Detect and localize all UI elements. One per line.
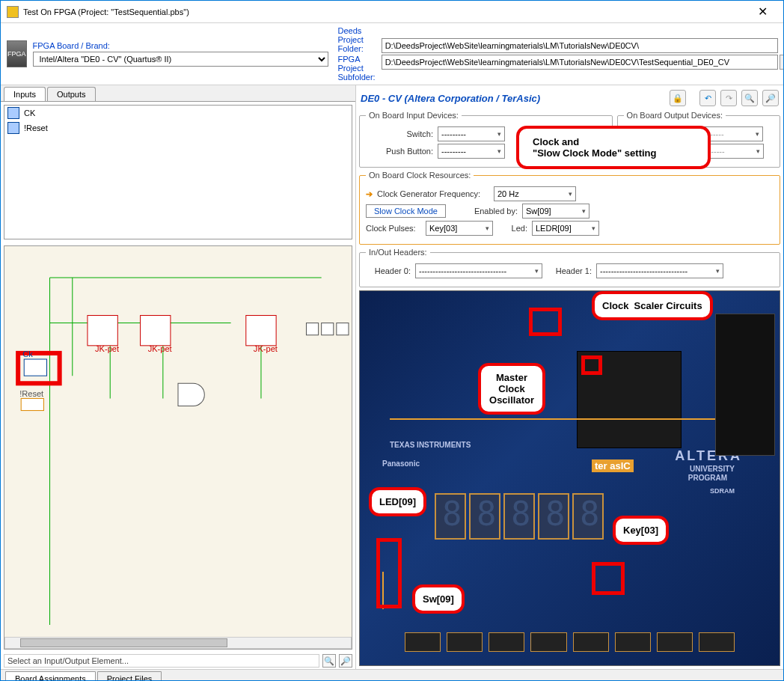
output-devices-legend: On Board Output Devices: <box>624 111 726 120</box>
header1-label: Header 1: <box>547 266 592 275</box>
list-item[interactable]: CK <box>4 106 352 120</box>
callout-key03: Key[03] <box>613 516 669 545</box>
svg-text:JK-pet: JK-pet <box>148 344 172 353</box>
program-text: PROGRAM <box>688 474 727 482</box>
panasonic-logo: Panasonic <box>382 459 420 468</box>
status-text: Select an Input/Output Element... <box>4 654 319 668</box>
header0-select[interactable]: --------------------------------▾ <box>415 263 542 278</box>
input-devices-legend: On Board Input Devices: <box>366 111 462 120</box>
svg-rect-18 <box>24 359 46 376</box>
svg-rect-15 <box>322 323 334 335</box>
deeds-folder-label: Deeds Project Folder: <box>338 26 376 53</box>
close-icon[interactable]: ✕ <box>747 4 777 19</box>
tab-inputs[interactable]: Inputs <box>4 87 46 101</box>
io-item-label: !Reset <box>24 123 48 132</box>
io-headers-group: In/Out Headers: Header 0: --------------… <box>359 248 780 287</box>
header0-label: Header 0: <box>366 266 411 275</box>
callout-master-osc: Master Clock Oscillator <box>478 363 545 415</box>
clock-resources-legend: On Board Clock Resources: <box>366 171 474 180</box>
circuit-preview[interactable]: JK-pet JK-pet JK-pet Ck !Reset <box>4 245 352 650</box>
svg-rect-20 <box>21 398 43 410</box>
fpga-chip-icon: FPGA <box>7 40 27 67</box>
switch-label: Switch: <box>366 129 433 138</box>
led-sel-select[interactable]: LEDR[09]▾ <box>532 221 599 236</box>
pushbutton-label: Push Button: <box>366 147 433 156</box>
deeds-folder-input[interactable] <box>382 38 778 53</box>
ti-logo: TEXAS INSTRUMENTS <box>390 441 471 449</box>
slow-clock-mode-button[interactable]: Slow Clock Mode <box>366 204 446 218</box>
led-sel-label: Led: <box>497 224 527 233</box>
enabled-by-select[interactable]: Sw[09]▾ <box>522 204 589 219</box>
svg-text:JK-pet: JK-pet <box>95 344 119 353</box>
switch-select[interactable]: ---------▾ <box>438 126 505 141</box>
io-list[interactable]: CK !Reset <box>4 105 352 239</box>
redo-icon[interactable]: ↷ <box>720 90 737 106</box>
fpga-subfolder-input[interactable] <box>382 55 778 70</box>
svg-rect-0 <box>4 263 352 632</box>
clock-pulses-select[interactable]: Key[03]▾ <box>426 221 493 236</box>
callout-clock-scaler: Clock Scaler Circuits <box>592 291 713 320</box>
clock-gen-label: Clock Generator Frequency: <box>377 189 489 198</box>
svg-text:!Reset: !Reset <box>19 389 43 398</box>
clock-pulses-label: Clock Pulses: <box>366 224 421 233</box>
fpga-board-label: FPGA Board / Brand: <box>33 41 332 50</box>
university-text: UNIVERSITY <box>690 465 735 473</box>
reset-pin-icon <box>7 122 19 134</box>
zoom-in-icon[interactable]: 🔍 <box>741 90 758 106</box>
tab-project-files[interactable]: Project Files <box>97 671 162 681</box>
header1-select[interactable]: --------------------------------▾ <box>596 263 723 278</box>
zoom-in-icon[interactable]: 🔍 <box>322 654 336 668</box>
pushbutton-select[interactable]: ---------▾ <box>438 144 505 159</box>
zoom-out-icon[interactable]: 🔎 <box>762 90 779 106</box>
clock-frequency-select[interactable]: 20 Hz▾ <box>494 186 576 201</box>
io-headers-legend: In/Out Headers: <box>366 248 430 257</box>
svg-rect-8 <box>88 315 117 345</box>
clock-resources-group: On Board Clock Resources: ➔ Clock Genera… <box>359 171 780 245</box>
board-select[interactable]: Intel/Altera "DE0 - CV" (Quartus® II) <box>33 52 328 67</box>
list-item[interactable]: !Reset <box>4 120 352 135</box>
callout-led09: LED[09] <box>369 487 426 516</box>
board-title: DE0 - CV (Altera Corporation / TerAsic) <box>361 93 665 104</box>
app-icon <box>7 6 19 18</box>
svg-rect-9 <box>141 315 171 345</box>
lock-icon[interactable]: 🔒 <box>670 90 686 106</box>
fpga-subfolder-label: FPGA Project Subfolder: <box>338 55 376 82</box>
circuit-scrollbar[interactable] <box>4 637 352 649</box>
sdram-label: SDRAM <box>710 487 735 495</box>
svg-text:JK-pet: JK-pet <box>254 344 278 353</box>
tab-outputs[interactable]: Outputs <box>47 87 96 101</box>
zoom-out-icon[interactable]: 🔎 <box>339 654 352 668</box>
enabled-by-label: Enabled by: <box>450 207 518 216</box>
tab-board-assignments[interactable]: Board Assignments <box>5 671 96 681</box>
svg-rect-14 <box>306 323 318 335</box>
terasic-logo: ter asIC <box>592 459 634 472</box>
callout-clock-setting: Clock and "Slow Clock Mode" setting <box>516 126 711 169</box>
browse-folder-icon[interactable]: 📁 <box>780 55 784 70</box>
arrow-icon: ➔ <box>366 189 373 199</box>
svg-rect-10 <box>246 315 276 345</box>
undo-icon[interactable]: ↶ <box>699 90 716 106</box>
clock-pin-icon <box>7 107 19 119</box>
board-image[interactable]: ALTERA UNIVERSITY PROGRAM ter asIC TEXAS… <box>359 290 780 666</box>
svg-text:Ck: Ck <box>22 349 33 358</box>
io-item-label: CK <box>24 109 35 117</box>
callout-sw09: Sw[09] <box>412 584 465 614</box>
svg-rect-16 <box>337 323 349 335</box>
window-title: Test On FPGA (Project: "TestSequential.p… <box>23 7 747 16</box>
